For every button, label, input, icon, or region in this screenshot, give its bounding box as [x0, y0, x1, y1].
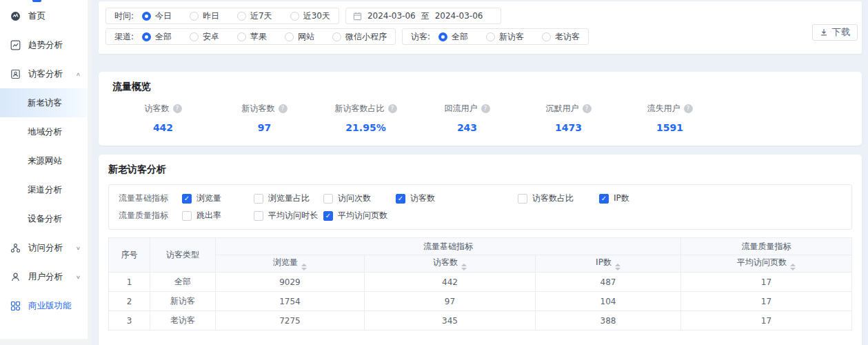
- time-option-3[interactable]: 近30天: [290, 10, 330, 22]
- channel-option-4[interactable]: 微信小程序: [332, 31, 387, 43]
- metric-checkbox-1-2[interactable]: ✓平均访问页数: [323, 210, 396, 221]
- metric-checkbox-0-3[interactable]: ✓访客数: [396, 193, 518, 204]
- table-row: 2新访客17549710417: [109, 292, 852, 311]
- sort-icon: [461, 264, 467, 270]
- radio-icon: [142, 12, 151, 21]
- time-option-1[interactable]: 昨日: [190, 10, 219, 22]
- metric-value: 1591: [619, 122, 720, 133]
- sidebar-item-new-old-visitors[interactable]: 新老访客: [0, 88, 88, 117]
- time-filter-group: 时间:今日昨日近7天近30天: [105, 8, 339, 24]
- sidebar-item-channel-analysis[interactable]: 渠道分析: [0, 175, 88, 204]
- sidebar-item-region-analysis[interactable]: 地域分析: [0, 117, 88, 146]
- sidebar-item-visit-analysis[interactable]: 访问分析∨: [0, 233, 88, 262]
- help-icon[interactable]: ?: [388, 104, 397, 113]
- radio-option-label: 昨日: [203, 10, 219, 22]
- radio-icon: [237, 32, 246, 41]
- table-cell: 345: [365, 311, 536, 331]
- visitor-option-2[interactable]: 老访客: [542, 31, 580, 43]
- sortable-col-header[interactable]: 访客数: [365, 255, 536, 273]
- table-cell: 3: [109, 311, 150, 331]
- checkbox-label: 平均访问页数: [338, 210, 387, 221]
- date-start: 2024-03-06: [367, 11, 416, 21]
- help-icon[interactable]: ?: [279, 104, 287, 113]
- col-group-header-0: 流量基础指标: [216, 238, 681, 255]
- sortable-col-header[interactable]: 浏览量: [216, 255, 365, 273]
- sidebar-item-source-website[interactable]: 来源网站: [0, 146, 88, 175]
- checkbox-label: 浏览量: [196, 193, 221, 204]
- sort-icon: [615, 264, 620, 270]
- sidebar-item-user-analysis[interactable]: 用户分析∨: [0, 262, 88, 291]
- radio-icon: [486, 32, 495, 41]
- download-label: 下载: [831, 26, 850, 39]
- sidebar-item-visitor-analysis[interactable]: 访客分析∧: [0, 59, 88, 88]
- visitor-doc-icon: [10, 68, 21, 79]
- radio-icon: [542, 32, 551, 41]
- table-cell: 1754: [216, 292, 365, 311]
- main-content: 时间:今日昨日近7天近30天 2024-03-06 至 2024-03-06 渠…: [92, 0, 868, 345]
- filter-bar: 时间:今日昨日近7天近30天 2024-03-06 至 2024-03-06 渠…: [99, 1, 862, 54]
- home-icon: [10, 10, 21, 21]
- table-cell: 17: [681, 311, 852, 331]
- channel-option-3[interactable]: 网站: [285, 31, 314, 43]
- table-cell: 老访客: [150, 311, 216, 331]
- metric-checkbox-0-4[interactable]: 访客数占比: [518, 193, 599, 204]
- metric-2: 新访客数占比?21.95%: [315, 103, 416, 133]
- table-cell: 17: [681, 292, 852, 311]
- radio-icon: [290, 12, 299, 21]
- metric-checkbox-0-2[interactable]: 访问次数: [323, 193, 396, 204]
- metric-selector-row-1: 流量质量指标跳出率平均访问时长✓平均访问页数: [119, 207, 842, 224]
- sidebar-item-home[interactable]: 首页: [0, 1, 88, 30]
- download-button[interactable]: 下载: [812, 24, 858, 41]
- sidebar-item-device-analysis[interactable]: 设备分析: [0, 204, 88, 233]
- metric-checkbox-0-0[interactable]: ✓浏览量: [182, 193, 254, 204]
- time-option-0[interactable]: 今日: [142, 10, 172, 22]
- checkbox-checked-icon: ✓: [396, 194, 405, 204]
- metric-checkbox-1-0[interactable]: 跳出率: [182, 210, 254, 221]
- table-cell: 17: [681, 273, 852, 292]
- metric-label: 回流用户: [445, 103, 478, 115]
- checkbox-label: 访客数占比: [532, 193, 574, 204]
- date-range-picker[interactable]: 2024-03-06 至 2024-03-06: [345, 8, 501, 24]
- filter-row-channel: 渠道:全部安卓苹果网站微信小程序 访客:全部新访客老访客: [105, 28, 855, 45]
- sidebar-scrollbar[interactable]: [88, 0, 92, 345]
- metric-checkbox-0-5[interactable]: ✓IP数: [599, 193, 842, 204]
- table-cell: 全部: [150, 273, 216, 292]
- table-cell: 2: [109, 292, 150, 311]
- channel-option-2[interactable]: 苹果: [237, 31, 267, 43]
- radio-option-label: 苹果: [250, 31, 267, 43]
- checkbox-icon: [254, 194, 263, 204]
- col-header-label: 浏览量: [273, 257, 298, 267]
- sortable-col-header[interactable]: IP数: [536, 255, 681, 273]
- sidebar-item-label: 商业版功能: [28, 300, 72, 312]
- visitor-option-1[interactable]: 新访客: [486, 31, 524, 43]
- visitor-filter-group: 访客:全部新访客老访客: [402, 28, 589, 45]
- radio-option-label: 全部: [155, 31, 172, 43]
- sidebar: 首页趋势分析访客分析∧新老访客地域分析来源网站渠道分析设备分析访问分析∨用户分析…: [0, 0, 88, 345]
- metric-checkbox-0-1[interactable]: 浏览量占比: [254, 193, 323, 204]
- sidebar-item-label: 访客分析: [28, 68, 63, 80]
- metric-checkbox-1-1[interactable]: 平均访问时长: [254, 210, 323, 221]
- help-icon[interactable]: ?: [173, 104, 182, 113]
- sidebar-item-label: 趋势分析: [28, 39, 63, 51]
- sidebar-item-label: 新老访客: [28, 97, 62, 109]
- sidebar-item-trend-analysis[interactable]: 趋势分析: [0, 30, 88, 59]
- checkbox-label: 访客数: [410, 193, 435, 204]
- filter-row-time: 时间:今日昨日近7天近30天 2024-03-06 至 2024-03-06: [105, 8, 855, 24]
- apps-grid-icon: [10, 300, 21, 311]
- metric-5: 流失用户?1591: [619, 103, 720, 133]
- channel-option-1[interactable]: 安卓: [190, 31, 219, 43]
- help-icon[interactable]: ?: [684, 104, 693, 113]
- visitor-option-0[interactable]: 全部: [438, 31, 468, 43]
- overview-title: 流量概览: [112, 81, 848, 93]
- radio-icon: [190, 32, 199, 41]
- time-option-2[interactable]: 近7天: [237, 10, 272, 22]
- metric-selector-row-0: 流量基础指标✓浏览量浏览量占比访问次数✓访客数访客数占比✓IP数: [119, 190, 842, 207]
- help-icon[interactable]: ?: [583, 104, 592, 113]
- sortable-col-header[interactable]: 平均访问页数: [681, 255, 852, 273]
- channel-option-0[interactable]: 全部: [142, 31, 172, 43]
- help-icon[interactable]: ?: [481, 104, 490, 113]
- table-cell: 新访客: [150, 292, 216, 311]
- sidebar-item-premium-features[interactable]: 商业版功能: [0, 291, 88, 320]
- metric-value: 1473: [518, 122, 619, 133]
- col-header-static-0: 序号: [109, 238, 150, 273]
